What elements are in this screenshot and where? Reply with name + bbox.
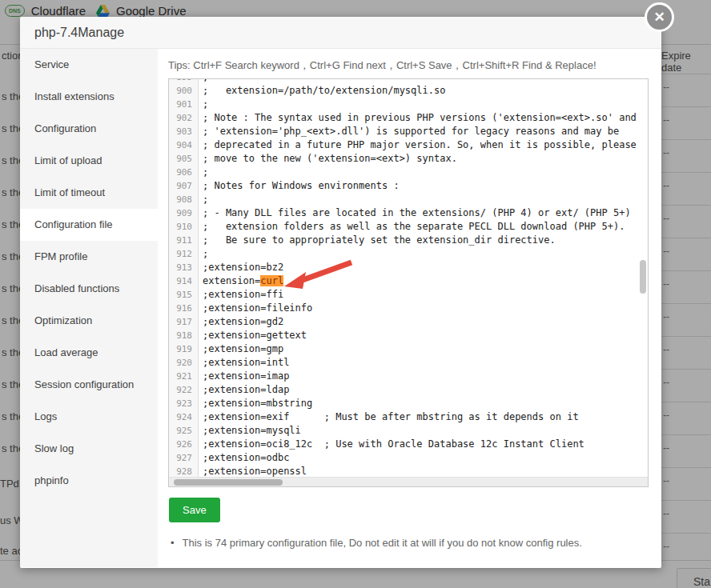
code-line-922: 922;extension=ldap xyxy=(169,383,648,397)
code-line-918: 918;extension=gettext xyxy=(169,329,648,342)
line-number: 919 xyxy=(169,342,199,356)
editor-vertical-scrollbar[interactable] xyxy=(640,260,646,294)
editor-horizontal-scrollbar[interactable] xyxy=(174,479,283,486)
code-text: ;extension=exif ; Must be after mbstring… xyxy=(199,410,579,424)
line-number: 923 xyxy=(169,397,199,410)
code-line-904: 904; deprecated in a future PHP major ve… xyxy=(169,138,648,152)
config-file-editor[interactable]: 899;900; extension=/path/to/extension/my… xyxy=(168,78,649,487)
php-manage-modal: php-7.4Manage ServiceInstall extensionsC… xyxy=(20,17,661,568)
code-text: ; move to the new ('extension=<ext>) syn… xyxy=(199,152,457,166)
code-text: ;extension=oci8_12c ; Use with Oracle Da… xyxy=(199,438,584,451)
line-number: 916 xyxy=(169,302,199,315)
code-line-899: 899; xyxy=(169,78,648,84)
line-number: 915 xyxy=(169,288,199,302)
code-text: ;extension=fileinfo xyxy=(199,302,312,315)
sidebar-item-logs[interactable]: Logs xyxy=(20,401,158,433)
modal-sidebar: ServiceInstall extensionsConfigurationLi… xyxy=(20,49,158,567)
modal-title: php-7.4Manage xyxy=(20,17,661,49)
code-text: ; extension=/path/to/extension/mysqli.so xyxy=(199,84,445,98)
code-text: ; Notes for Windows environments : xyxy=(199,179,400,193)
code-line-910: 910; extension folders as well as the se… xyxy=(169,220,648,234)
line-number: 917 xyxy=(169,315,199,329)
code-text: ;extension=gmp xyxy=(199,342,283,356)
code-line-921: 921;extension=imap xyxy=(169,370,648,383)
code-line-924: 924;extension=exif ; Must be after mbstr… xyxy=(169,410,648,424)
line-number: 926 xyxy=(169,438,199,451)
code-line-905: 905; move to the new ('extension=<ext>) … xyxy=(169,152,648,166)
line-number: 918 xyxy=(169,329,199,342)
editor-horizontal-scrollbar-track[interactable] xyxy=(169,477,648,486)
code-line-927: 927;extension=odbc xyxy=(169,451,648,465)
code-text: ; xyxy=(199,166,208,179)
code-line-908: 908; xyxy=(169,193,648,206)
code-text: ;extension=odbc xyxy=(199,451,289,465)
code-text: ;extension=gettext xyxy=(199,329,307,342)
code-text: ; 'extension='php_<ext>.dll') is support… xyxy=(199,125,619,138)
line-number: 900 xyxy=(169,84,199,98)
line-number: 924 xyxy=(169,410,199,424)
code-text: ; xyxy=(199,247,208,261)
code-text: ; Be sure to appropriately set the exten… xyxy=(199,234,556,247)
sidebar-item-disabled-functions[interactable]: Disabled functions xyxy=(20,273,158,305)
editor-tips: Tips: Ctrl+F Search keyword，Ctrl+G Find … xyxy=(168,58,597,73)
sidebar-item-configuration-file[interactable]: Configuration file xyxy=(20,209,158,241)
line-number: 910 xyxy=(169,220,199,234)
code-text: ; xyxy=(199,78,208,84)
sidebar-item-phpinfo[interactable]: phpinfo xyxy=(20,465,158,497)
sidebar-item-configuration[interactable]: Configuration xyxy=(20,113,158,145)
line-number: 914 xyxy=(169,274,199,288)
line-number: 902 xyxy=(169,111,199,125)
sidebar-item-slow-log[interactable]: Slow log xyxy=(20,433,158,465)
line-number: 927 xyxy=(169,451,199,465)
sidebar-item-service[interactable]: Service xyxy=(20,49,158,81)
line-number: 911 xyxy=(169,234,199,247)
footer-note: •This is 74 primary configuration file, … xyxy=(171,537,582,549)
code-line-923: 923;extension=mbstring xyxy=(169,397,648,410)
sidebar-item-optimization[interactable]: Optimization xyxy=(20,305,158,337)
code-text: ;extension=gd2 xyxy=(199,315,283,329)
code-text: ;extension=mysqli xyxy=(199,424,301,438)
code-lines: 899;900; extension=/path/to/extension/my… xyxy=(169,78,648,487)
code-line-925: 925;extension=mysqli xyxy=(169,424,648,438)
line-number: 909 xyxy=(169,206,199,220)
sidebar-item-session-configuration[interactable]: Session configuration xyxy=(20,369,158,401)
code-line-906: 906; xyxy=(169,166,648,179)
line-number: 912 xyxy=(169,247,199,261)
line-number: 922 xyxy=(169,383,199,397)
code-line-901: 901; xyxy=(169,98,648,111)
save-button[interactable]: Save xyxy=(169,498,220,522)
sidebar-item-limit-of-upload[interactable]: Limit of upload xyxy=(20,145,158,177)
sidebar-item-limit-of-timeout[interactable]: Limit of timeout xyxy=(20,177,158,209)
code-text: ; deprecated in a future PHP major versi… xyxy=(199,138,637,152)
line-number: 921 xyxy=(169,370,199,383)
close-icon[interactable]: ✕ xyxy=(645,2,674,32)
code-text: ;extension=mbstring xyxy=(199,397,312,410)
code-line-900: 900; extension=/path/to/extension/mysqli… xyxy=(169,84,648,98)
code-line-915: 915;extension=ffi xyxy=(169,288,648,302)
line-number: 908 xyxy=(169,193,199,206)
code-text: ; xyxy=(199,193,208,206)
code-text: ; xyxy=(199,98,208,111)
code-line-911: 911; Be sure to appropriately set the ex… xyxy=(169,234,648,247)
line-number: 906 xyxy=(169,166,199,179)
line-number: 904 xyxy=(169,138,199,152)
code-text: ; - Many DLL files are located in the ex… xyxy=(199,206,631,220)
line-number: 903 xyxy=(169,125,199,138)
modal-content: Tips: Ctrl+F Search keyword，Ctrl+G Find … xyxy=(158,49,661,567)
code-text: ;extension=ffi xyxy=(199,288,283,302)
sidebar-item-fpm-profile[interactable]: FPM profile xyxy=(20,241,158,273)
line-number: 901 xyxy=(169,98,199,111)
bullet-icon: • xyxy=(171,537,175,549)
line-number: 899 xyxy=(169,78,199,84)
sidebar-item-load-average[interactable]: Load average xyxy=(20,337,158,369)
code-line-903: 903; 'extension='php_<ext>.dll') is supp… xyxy=(169,125,648,138)
sidebar-item-install-extensions[interactable]: Install extensions xyxy=(20,81,158,113)
code-line-916: 916;extension=fileinfo xyxy=(169,302,648,315)
code-line-917: 917;extension=gd2 xyxy=(169,315,648,329)
code-text: ; extension folders as well as the separ… xyxy=(199,220,625,234)
code-line-902: 902; Note : The syntax used in previous … xyxy=(169,111,648,125)
code-line-909: 909; - Many DLL files are located in the… xyxy=(169,206,648,220)
code-text: ;extension=bz2 xyxy=(199,261,283,274)
code-line-912: 912; xyxy=(169,247,648,261)
code-line-920: 920;extension=intl xyxy=(169,356,648,370)
